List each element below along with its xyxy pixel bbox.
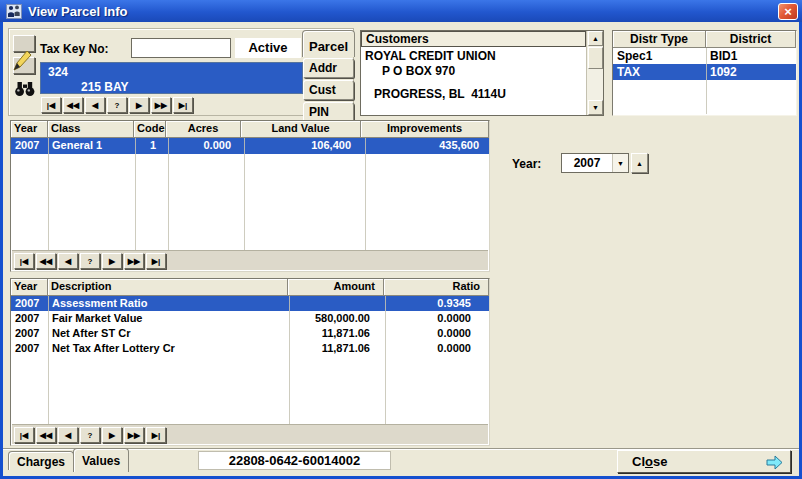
footer-tab-bar: ChargesValues [8,448,129,472]
table-cell: 0.0000 [384,341,489,356]
nav-fast-next-button[interactable]: ▶▶ [124,253,144,269]
nav-fast-prev-button[interactable]: ◀◀ [36,253,56,269]
table-cell: 2007 [11,138,48,154]
table-row[interactable]: TAX1092 [613,64,796,80]
tab-parcel[interactable]: Parcel [302,30,355,57]
nav-find-button[interactable]: ? [80,253,100,269]
edit-pencil-icon[interactable] [13,57,35,74]
find-binoculars-icon[interactable] [14,81,36,97]
nav-first-button[interactable]: |◀ [14,427,34,443]
table-cell: 106,400 [241,138,361,154]
nav-next-button[interactable]: ▶ [129,97,149,113]
nav-next-button[interactable]: ▶ [102,427,122,443]
down-arrow-icon: ▼ [617,160,624,167]
addr-button[interactable]: Addr [303,58,354,78]
nav-last-button[interactable]: ▶| [146,427,166,443]
close-button[interactable]: Close [617,450,791,473]
districts-table-header: Distr TypeDistrict [613,31,796,48]
scroll-down-icon[interactable]: ▼ [588,100,603,115]
window-close-button[interactable]: × [778,3,798,20]
column-divider [168,138,169,250]
table-cell: General 1 [48,138,134,154]
districts-table-body: Spec1BID1TAX1092 [613,48,796,80]
nav-fast-prev-button[interactable]: ◀◀ [63,97,83,113]
table-row[interactable]: 2007Fair Market Value580,000.000.0000 [11,311,489,326]
column-header[interactable]: Year [11,279,48,296]
view-parcel-info-window: View Parcel Info × [0,0,802,479]
nav-prev-button[interactable]: ◀ [58,427,78,443]
nav-fast-prev-button[interactable]: ◀◀ [36,427,56,443]
table-row[interactable]: 2007Net Tax After Lottery Cr11,871.060.0… [11,341,489,356]
column-header[interactable]: Year [11,121,48,138]
column-divider [706,48,707,114]
table-cell: 2007 [11,326,48,341]
table-row[interactable]: Spec1BID1 [613,48,796,64]
column-header[interactable]: Description [48,279,288,296]
table-cell: TAX [613,64,706,80]
close-arrow-icon [766,455,784,470]
column-header[interactable]: District [706,31,796,48]
table-cell: 1092 [706,64,796,80]
nav-next-button[interactable]: ▶ [102,253,122,269]
table-cell: 580,000.00 [288,311,384,326]
column-header[interactable]: Improvements [361,121,489,138]
table-row[interactable]: 2007Assessment Ratio0.9345 [11,296,489,311]
year-down-button[interactable]: ▼ [612,154,628,172]
customers-scrollbar[interactable]: ▲ ▼ [586,31,603,115]
nav-find-button[interactable]: ? [107,97,127,113]
table-row[interactable]: 2007Net After ST Cr11,871.060.0000 [11,326,489,341]
client-area: Tax Key No: Active 324 215 BAY |◀◀◀◀?▶▶▶… [3,22,799,476]
assessment-table-header: YearClassCodeAcresLand ValueImprovements [11,121,489,138]
column-header[interactable]: Acres [166,121,241,138]
table-cell: Fair Market Value [48,311,288,326]
nav-prev-button[interactable]: ◀ [85,97,105,113]
customer-address-line: ROYAL CREDIT UNION [365,49,585,63]
districts-table: Distr TypeDistrict Spec1BID1TAX1092 [612,30,797,116]
values-table-footer: |◀◀◀◀?▶▶▶▶| [12,424,488,444]
table-cell: 1 [134,138,166,154]
tab-charges[interactable]: Charges [8,451,74,470]
nav-last-button[interactable]: ▶| [146,253,166,269]
assessment-table-body: 2007General 110.000106,400435,600 [11,138,489,154]
close-label: Close [632,454,667,469]
tab-values[interactable]: Values [73,448,129,472]
nav-first-button[interactable]: |◀ [41,97,61,113]
cust-button[interactable]: Cust [303,80,354,100]
table-cell: 2007 [11,296,48,311]
column-header[interactable]: Amount [288,279,384,296]
nav-prev-button[interactable]: ◀ [58,253,78,269]
table-cell: BID1 [706,48,796,64]
year-value: 2007 [562,154,612,172]
parcel-address-display[interactable]: 324 215 BAY [40,62,303,94]
column-header[interactable]: Code [134,121,166,138]
scrollbar-thumb[interactable] [588,47,603,69]
values-table-header: YearDescriptionAmountRatio [11,279,489,296]
column-divider [48,296,49,424]
column-header[interactable]: Land Value [241,121,361,138]
column-divider [48,138,49,250]
column-divider [289,296,290,424]
tax-key-input[interactable] [131,38,231,58]
column-header[interactable]: Ratio [384,279,489,296]
table-cell [288,296,384,311]
column-header[interactable]: Distr Type [613,31,706,48]
customer-address-line: P O BOX 970 [382,64,585,78]
scroll-up-icon[interactable]: ▲ [588,31,603,46]
pin-button[interactable]: PIN [303,102,354,122]
nav-last-button[interactable]: ▶| [173,97,193,113]
nav-fast-next-button[interactable]: ▶▶ [151,97,171,113]
year-up-button[interactable]: ▲ [631,153,648,173]
parcel-number-field[interactable]: 22808-0642-60014002 [198,451,391,470]
nav-first-button[interactable]: |◀ [14,253,34,269]
assessment-table: YearClassCodeAcresLand ValueImprovements… [10,120,490,272]
assessment-record-navigator: |◀◀◀◀?▶▶▶▶| [14,253,166,269]
table-cell: Net Tax After Lottery Cr [48,341,288,356]
column-header[interactable]: Class [48,121,134,138]
table-cell: Net After ST Cr [48,326,288,341]
nav-fast-next-button[interactable]: ▶▶ [124,427,144,443]
table-cell: 0.0000 [384,311,489,326]
table-row[interactable]: 2007General 110.000106,400435,600 [11,138,489,154]
binoculars-icon [14,81,36,97]
titlebar: View Parcel Info × [0,0,802,22]
nav-find-button[interactable]: ? [80,427,100,443]
